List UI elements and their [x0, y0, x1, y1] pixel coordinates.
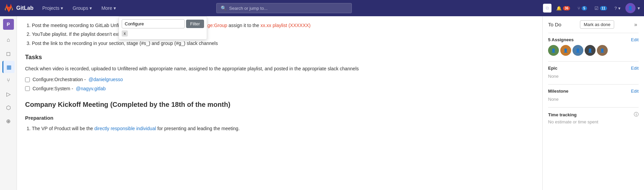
main-layout: P ⌂ ◻ ▦ ⑂ ▷ ⬡ ⊕ Filter	[0, 16, 644, 190]
assignee-avatar-4[interactable]: 👤	[585, 45, 596, 56]
monitor-icon: ⊕	[6, 118, 11, 124]
user-avatar[interactable]: 👤	[625, 3, 636, 13]
filter-input-row: Filter	[122, 19, 204, 28]
filter-apply-button[interactable]: Filter	[186, 20, 204, 28]
assignee-avatar-2[interactable]: 👤	[560, 45, 571, 56]
project-avatar[interactable]: P	[3, 19, 14, 30]
filter-tag-label: x	[124, 31, 126, 36]
todo-label: To Do	[548, 22, 561, 27]
home-icon: ⌂	[7, 37, 10, 43]
milestone-value: None	[548, 97, 559, 102]
assignee-avatars: 👤 👤 👤 👤 👤	[548, 45, 639, 56]
board-icon: ▦	[6, 64, 12, 70]
epic-section: Epic Edit None	[548, 61, 639, 79]
search-container: 🔍 Search or jump to...	[216, 3, 352, 13]
list-item: YouTube playlist. If the playlist doesn'…	[32, 30, 534, 38]
preparation-heading: Preparation	[25, 114, 534, 122]
sidebar-item-issues[interactable]: ◻	[2, 47, 15, 60]
bell-icon: 🔔	[556, 6, 562, 11]
nav-groups[interactable]: Groups ▾	[69, 3, 95, 13]
epic-edit-button[interactable]: Edit	[631, 66, 639, 71]
search-icon: 🔍	[221, 5, 226, 11]
assignee-avatar-5[interactable]: 👤	[597, 45, 608, 56]
filter-input[interactable]	[122, 19, 185, 28]
sidebar-item-security[interactable]: ⬡	[2, 101, 15, 114]
sidebar-item-monitor[interactable]: ⊕	[2, 115, 15, 127]
notification-button[interactable]: 🔔 36	[554, 4, 573, 12]
nav-right-icons: ⧉ 🔔 36 ⑂ 5 ☑ 11 ? ▾ 👤 ▾	[543, 3, 640, 13]
gitlab-logo[interactable]: GitLab	[4, 3, 34, 13]
left-sidebar: P ⌂ ◻ ▦ ⑂ ▷ ⬡ ⊕	[0, 16, 17, 190]
playlist-link[interactable]: xx.xx playlist (XXXXXX)	[260, 23, 310, 28]
sidebar-item-pipelines[interactable]: ▷	[2, 88, 15, 100]
assignee-avatar-3[interactable]: 👤	[572, 45, 583, 56]
milestone-edit-button[interactable]: Edit	[631, 89, 639, 94]
assignees-header: 5 Assignees Edit	[548, 37, 639, 42]
merge-requests-button[interactable]: ⑂ 5	[575, 4, 590, 12]
time-tracking-section: Time tracking ⓘ No estimate or time spen…	[548, 107, 639, 124]
merge-request-nav-icon: ⑂	[578, 6, 580, 11]
help-button[interactable]: ? ▾	[612, 4, 623, 12]
issue-list-icon: ◻	[6, 50, 11, 57]
nav-more[interactable]: More ▾	[98, 3, 119, 13]
time-tracking-label: Time tracking	[548, 112, 577, 117]
milestone-section: Milestone Edit None	[548, 84, 639, 102]
checkbox-system[interactable]	[25, 86, 30, 91]
filter-icon: ⧉	[546, 5, 549, 11]
filter-button[interactable]: ⧉	[543, 4, 551, 13]
link-directly-responsible[interactable]: directly responsible individual	[94, 126, 156, 131]
merge-requests-badge: 5	[582, 6, 587, 10]
search-placeholder: Search or jump to...	[229, 6, 267, 11]
checkbox-item-system: Configure:System - @nagyv.gitlab	[25, 85, 534, 92]
assignee-avatar-1[interactable]: 👤	[548, 45, 559, 56]
checkbox-item-orchestration: Configure:Orchestration - @danielgruesso	[25, 76, 534, 83]
issues-button[interactable]: ☑ 11	[592, 4, 610, 12]
shield-icon: ⬡	[6, 104, 11, 111]
tasks-heading: Tasks	[25, 52, 534, 62]
epic-header: Epic Edit	[548, 66, 639, 71]
filter-tag[interactable]: x	[122, 30, 128, 37]
chevron-right-button[interactable]: »	[633, 22, 639, 28]
filter-dropdown: Filter x	[119, 16, 207, 40]
link-danielgruesso[interactable]: @danielgruesso	[88, 76, 123, 83]
help-icon: ?	[615, 6, 617, 11]
epic-label: Epic	[548, 66, 557, 71]
right-panel-header: To Do Mark as done »	[548, 20, 639, 29]
list-item: Post the link to the recording in your s…	[32, 40, 534, 47]
sidebar-item-home[interactable]: ⌂	[2, 34, 15, 46]
epic-value: None	[548, 74, 559, 79]
notification-badge: 36	[563, 6, 570, 10]
search-box[interactable]: 🔍 Search or jump to...	[216, 3, 352, 13]
company-heading: Company Kickoff Meeting (Completed by th…	[25, 99, 534, 110]
preparation-item: The VP of Product will be the directly r…	[32, 125, 534, 132]
content-area: Filter x Post the meeting recording to G…	[17, 16, 542, 190]
right-panel: To Do Mark as done » 5 Assignees Edit 👤 …	[542, 16, 644, 190]
milestone-label: Milestone	[548, 89, 568, 94]
time-tracking-help-icon[interactable]: ⓘ	[634, 112, 639, 118]
merge-request-sidebar-icon: ⑂	[7, 77, 10, 84]
mark-done-button[interactable]: Mark as done	[580, 20, 614, 29]
navbar: GitLab Projects ▾ Groups ▾ More ▾ 🔍 Sear…	[0, 0, 644, 16]
assignees-edit-button[interactable]: Edit	[631, 37, 639, 42]
pipeline-icon: ▷	[6, 91, 11, 97]
time-tracking-header: Time tracking ⓘ	[548, 112, 639, 118]
issues-nav-icon: ☑	[595, 6, 599, 11]
sidebar-item-merge-requests[interactable]: ⑂	[2, 74, 15, 87]
time-tracking-value: No estimate or time spent	[548, 119, 598, 124]
nav-projects[interactable]: Projects ▾	[39, 3, 67, 13]
list-item: Post the meeting recording to GitLab Unf…	[32, 22, 534, 29]
milestone-header: Milestone Edit	[548, 89, 639, 94]
link-nagyv[interactable]: @nagyv.gitlab	[76, 85, 106, 92]
checkbox-orchestration[interactable]	[25, 77, 30, 82]
assignees-label: 5 Assignees	[548, 37, 573, 42]
page-content: Post the meeting recording to GitLab Unf…	[25, 22, 534, 133]
issues-badge: 11	[600, 6, 607, 10]
assignees-section: 5 Assignees Edit 👤 👤 👤 👤 👤	[548, 33, 639, 56]
tasks-description: Check when video is recorded, uploaded t…	[25, 65, 534, 72]
sidebar-item-board[interactable]: ▦	[2, 61, 15, 73]
gitlab-wordmark: GitLab	[16, 5, 34, 11]
